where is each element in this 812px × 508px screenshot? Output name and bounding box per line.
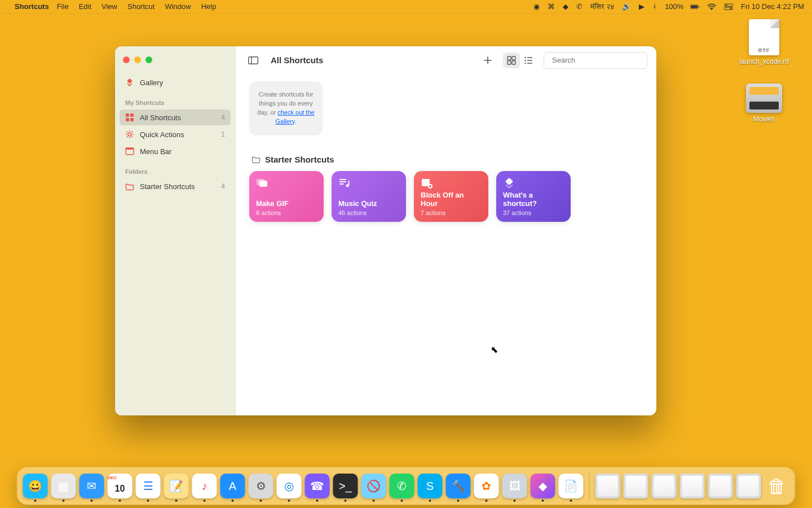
view-list-button[interactable] [520, 52, 537, 68]
dock-minimized-window[interactable] [624, 474, 648, 498]
menubar-icon [125, 147, 134, 156]
svg-rect-19 [508, 61, 511, 64]
status-battery[interactable]: 100% [665, 2, 699, 11]
menu-help[interactable]: Help [201, 2, 217, 11]
search-input[interactable] [552, 56, 647, 64]
dock-minimized-window[interactable] [652, 474, 677, 498]
svg-rect-6 [724, 7, 733, 10]
view-grid-button[interactable] [503, 52, 520, 68]
desktop-folder-movies[interactable]: Movies [739, 84, 789, 123]
sidebar-starter-folder[interactable]: Starter Shortcuts 4 [120, 178, 231, 194]
shortcut-card-music-quiz[interactable]: Music Quiz 46 actions [332, 171, 406, 222]
section-header: Starter Shortcuts [251, 155, 643, 164]
dock-app-terminal[interactable]: >_ [333, 474, 358, 498]
dock-app-launchpad[interactable]: ▦ [51, 474, 76, 498]
music-list-icon [338, 177, 351, 189]
shortcut-card-make-gif[interactable]: Make GIF 8 actions [249, 171, 324, 222]
section-title: Starter Shortcuts [265, 155, 334, 164]
shortcut-card-block-hour[interactable]: Block Off an Hour 7 actions [414, 171, 488, 222]
status-volume-icon[interactable]: 🔊 [622, 2, 631, 11]
sidebar-gallery[interactable]: Gallery [120, 75, 231, 90]
status-locale[interactable]: मंसिर २४ [590, 2, 615, 11]
dock-app-settings[interactable]: ⚙ [249, 474, 273, 498]
sidebar-menu-bar[interactable]: Menu Bar [120, 143, 231, 159]
dock-minimized-window[interactable] [736, 474, 761, 498]
sidebar-gallery-label: Gallery [140, 78, 163, 87]
dock-app-edge[interactable]: ◎ [277, 474, 302, 498]
plus-icon [483, 56, 492, 65]
sidebar-icon [248, 56, 258, 64]
status-wifi-icon[interactable] [707, 2, 716, 11]
dock-minimized-window[interactable] [595, 474, 620, 498]
menu-file[interactable]: File [57, 2, 69, 11]
dock-app-xcode[interactable]: 🔨 [446, 474, 471, 498]
svg-point-5 [726, 4, 727, 6]
card-subtitle: 7 actions [421, 209, 482, 216]
dock-minimized-window[interactable] [680, 474, 705, 498]
status-stop-icon[interactable]: ◉ [533, 2, 540, 11]
close-button[interactable] [123, 56, 130, 63]
dock-trash[interactable]: 🗑 [765, 474, 789, 498]
dock-minimized-window[interactable] [708, 474, 733, 498]
menu-shortcut[interactable]: Shortcut [127, 2, 155, 11]
svg-point-22 [524, 59, 526, 60]
status-nowplaying-icon[interactable]: ▶ [639, 2, 645, 11]
svg-rect-2 [698, 6, 699, 7]
dock-separator [589, 472, 590, 500]
sidebar-item-label: Quick Actions [140, 130, 184, 139]
dock-app-mail[interactable]: ✉ [80, 474, 104, 498]
menu-edit[interactable]: Edit [79, 2, 91, 11]
dock-app-reminders[interactable]: ☰ [136, 474, 161, 498]
status-clock[interactable]: Fri 10 Dec 4:22 PM [741, 2, 804, 11]
dock-app-app1[interactable]: 🚫 [361, 474, 386, 498]
sidebar-quick-actions[interactable]: Quick Actions 1 [120, 126, 231, 142]
status-viber-icon[interactable]: ✆ [576, 2, 582, 11]
status-tray-icon[interactable]: ⌘ [548, 2, 555, 11]
minimize-button[interactable] [134, 56, 141, 63]
content-area: Create shortcuts for things you do every… [236, 75, 656, 415]
dock-app-photos[interactable]: ✿ [474, 474, 499, 498]
dock-app-notes[interactable]: 📝 [164, 474, 189, 498]
desktop-folder-label: Movies [739, 115, 789, 123]
svg-rect-4 [724, 4, 733, 6]
sidebar-item-count: 4 [221, 113, 225, 121]
dock-app-shortcuts[interactable]: ◆ [531, 474, 555, 498]
grid-icon [125, 113, 134, 122]
menu-window[interactable]: Window [165, 2, 191, 11]
dock-app-calendar[interactable]: 10DEC [108, 474, 133, 498]
dock-app-viber[interactable]: ☎ [305, 474, 330, 498]
sidebar-item-label: All Shortcuts [140, 113, 181, 122]
dock-app-whatsapp[interactable]: ✆ [390, 474, 414, 498]
window-title: All Shortcuts [271, 55, 323, 65]
dock-app-finder[interactable]: 😀 [23, 474, 48, 498]
sidebar-head-myshortcuts: My Shortcuts [120, 91, 231, 108]
desktop-file-rtf[interactable]: launch_xcode.rtf [739, 19, 789, 65]
svg-point-7 [730, 7, 732, 9]
new-shortcut-button[interactable] [479, 52, 496, 68]
dock-app-music[interactable]: ♪ [192, 474, 217, 498]
shortcut-card-whats-a-shortcut[interactable]: What's a shortcut? 37 actions [496, 171, 571, 222]
zoom-button[interactable] [145, 56, 152, 63]
menu-view[interactable]: View [102, 2, 117, 11]
card-title: What's a shortcut? [503, 191, 564, 208]
dock-app-skype[interactable]: S [418, 474, 443, 498]
dock-app-textedit[interactable]: 📄 [559, 474, 584, 498]
shortcut-grid: Make GIF 8 actions Music Quiz 46 actions… [249, 171, 643, 222]
sidebar-item-count: 4 [221, 182, 225, 190]
card-subtitle: 8 actions [256, 209, 317, 216]
app-name[interactable]: Shortcuts [15, 2, 49, 11]
status-shield-icon[interactable]: ◆ [563, 2, 568, 11]
grid-icon [507, 56, 516, 65]
sidebar-all-shortcuts[interactable]: All Shortcuts 4 [120, 110, 231, 125]
hint-gallery-link[interactable]: check out the Gallery [275, 109, 314, 125]
toggle-sidebar-button[interactable] [245, 52, 262, 68]
sidebar-item-count: 1 [221, 130, 225, 138]
dock-app-appstore[interactable]: A [220, 474, 245, 498]
dock-app-preview[interactable]: 🖼 [502, 474, 527, 498]
search-field[interactable] [544, 52, 647, 69]
hint-card: Create shortcuts for things you do every… [249, 81, 323, 135]
status-controlcenter-icon[interactable] [724, 2, 733, 11]
status-bluetooth-icon[interactable]: ᚼ [652, 2, 657, 11]
svg-rect-30 [259, 181, 267, 187]
shortcuts-window: Gallery My Shortcuts All Shortcuts 4 Qui… [115, 46, 656, 415]
